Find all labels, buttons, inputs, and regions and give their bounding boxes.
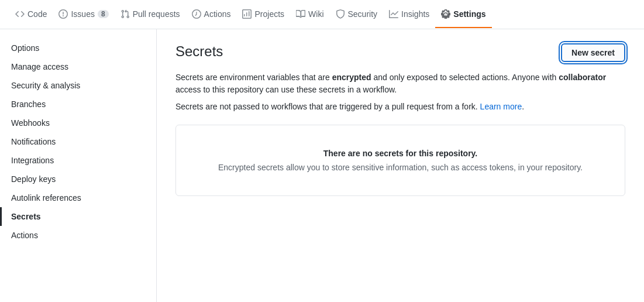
projects-icon xyxy=(242,9,252,19)
sidebar-item-webhooks[interactable]: Webhooks xyxy=(0,114,156,132)
learn-more-text: Secrets are not passed to workflows that… xyxy=(175,101,625,113)
page-title: Secrets xyxy=(175,43,223,60)
nav-label-insights: Insights xyxy=(401,9,429,19)
nav-item-pull-requests[interactable]: Pull requests xyxy=(115,1,186,28)
sidebar: Options Manage access Security & analysi… xyxy=(0,29,157,302)
nav-label-wiki: Wiki xyxy=(308,9,323,19)
nav-label-pull-requests: Pull requests xyxy=(133,9,180,19)
issues-icon xyxy=(58,9,68,19)
description-text: Secrets are environment variables that a… xyxy=(175,71,625,96)
main-content: Secrets New secret Secrets are environme… xyxy=(157,29,644,302)
new-secret-button[interactable]: New secret xyxy=(561,43,625,62)
settings-icon xyxy=(441,9,450,19)
pull-request-icon xyxy=(120,9,130,19)
nav-item-projects[interactable]: Projects xyxy=(236,1,290,28)
sidebar-item-security-analysis[interactable]: Security & analysis xyxy=(0,76,156,95)
nav-item-code[interactable]: Code xyxy=(9,1,53,28)
collaborator-bold: collaborator xyxy=(559,73,606,82)
insights-icon xyxy=(389,9,398,19)
nav-label-settings: Settings xyxy=(453,9,485,19)
learn-more-link[interactable]: Learn more xyxy=(480,102,522,111)
sidebar-item-integrations[interactable]: Integrations xyxy=(0,151,156,170)
nav-item-wiki[interactable]: Wiki xyxy=(290,1,329,28)
nav-item-actions[interactable]: Actions xyxy=(186,1,237,28)
sidebar-item-branches[interactable]: Branches xyxy=(0,95,156,114)
empty-box-desc: Encrypted secrets allow you to store sen… xyxy=(188,163,613,172)
issues-badge: 8 xyxy=(98,10,109,18)
sidebar-item-autolink-references[interactable]: Autolink references xyxy=(0,188,156,207)
nav-label-security: Security xyxy=(348,9,378,19)
sidebar-item-deploy-keys[interactable]: Deploy keys xyxy=(0,170,156,188)
top-nav: Code Issues 8 Pull requests Actions xyxy=(0,0,644,29)
sidebar-item-secrets[interactable]: Secrets xyxy=(0,207,156,226)
nav-label-projects: Projects xyxy=(254,9,284,19)
layout: Options Manage access Security & analysi… xyxy=(0,29,644,302)
sidebar-item-actions[interactable]: Actions xyxy=(0,226,156,245)
code-icon xyxy=(15,9,25,19)
wiki-icon xyxy=(296,9,305,19)
nav-item-insights[interactable]: Insights xyxy=(383,1,435,28)
nav-item-settings[interactable]: Settings xyxy=(435,1,491,28)
security-icon xyxy=(336,9,345,19)
nav-label-actions: Actions xyxy=(204,9,231,19)
sidebar-item-notifications[interactable]: Notifications xyxy=(0,132,156,151)
sidebar-item-options[interactable]: Options xyxy=(0,39,156,57)
nav-item-security[interactable]: Security xyxy=(330,1,384,28)
nav-item-issues[interactable]: Issues 8 xyxy=(53,1,114,28)
nav-label-issues: Issues xyxy=(71,9,94,19)
encrypted-bold: encrypted xyxy=(332,73,371,82)
nav-label-code: Code xyxy=(27,9,47,19)
page-header: Secrets New secret xyxy=(175,43,625,62)
sidebar-item-manage-access[interactable]: Manage access xyxy=(0,57,156,76)
actions-icon xyxy=(192,9,201,19)
empty-box-title: There are no secrets for this repository… xyxy=(188,149,613,158)
empty-secrets-box: There are no secrets for this repository… xyxy=(175,125,625,196)
